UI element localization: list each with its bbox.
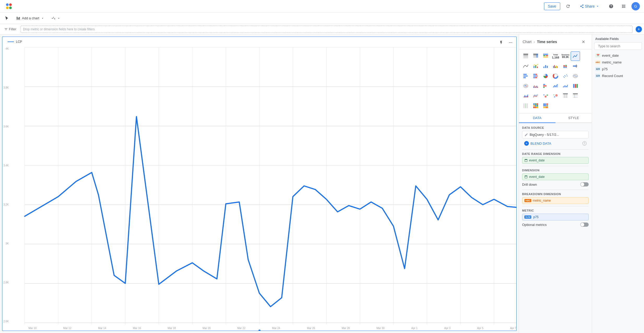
- chart-type-pie[interactable]: [541, 71, 550, 81]
- svg-point-0: [6, 3, 9, 6]
- blend-help-icon[interactable]: ?: [582, 141, 587, 145]
- chart-type-area[interactable]: [551, 81, 560, 91]
- chart-type-scorecard-total[interactable]: Total 1,168: [551, 51, 560, 61]
- svg-rect-124: [527, 103, 528, 108]
- chart-type-stacked-bar[interactable]: [561, 61, 570, 71]
- chart-type-treemap[interactable]: [541, 101, 550, 110]
- svg-rect-48: [543, 55, 545, 56]
- chart-type-scatter[interactable]: [561, 71, 570, 81]
- field-name-record-count: Record Count: [602, 74, 623, 78]
- user-avatar[interactable]: G: [631, 2, 640, 10]
- grid-button[interactable]: [619, 2, 628, 11]
- chart-type-map-geo[interactable]: [571, 71, 580, 81]
- chart-type-bullet[interactable]: [571, 61, 580, 71]
- chart-container[interactable]: LCP 4K 3.8K 3.6K 3.4K 3.2K 3K 2.8K: [2, 37, 517, 331]
- chart-type-bar-stacked-h[interactable]: [531, 71, 540, 81]
- filter-drop-zone[interactable]: Drop metric or dimension fields here to …: [21, 26, 633, 33]
- chart-type-table3[interactable]: [571, 91, 580, 101]
- breakdown-field-chip[interactable]: ABC metric_name: [522, 197, 589, 204]
- data-source-name: BigQuery - 5/17/2...: [530, 133, 586, 137]
- add-chart-button[interactable]: Add a chart: [14, 15, 47, 22]
- x-label-mar18: Mar 18: [168, 327, 176, 330]
- metric-field-chip[interactable]: SUM p75: [522, 214, 589, 220]
- chart-type-table-heat[interactable]: [541, 51, 550, 61]
- select-tool-button[interactable]: [2, 15, 11, 22]
- chart-type-table[interactable]: [521, 51, 530, 61]
- chart-type-bar-norm[interactable]: [571, 81, 580, 91]
- svg-rect-133: [537, 107, 538, 108]
- chart-type-scatter2[interactable]: [541, 91, 550, 101]
- filter-add-button[interactable]: +: [636, 26, 642, 32]
- chart-type-heatmap[interactable]: [531, 101, 540, 110]
- svg-rect-62: [564, 67, 565, 68]
- svg-rect-39: [523, 54, 528, 55]
- svg-point-88: [564, 77, 565, 78]
- search-input[interactable]: [598, 44, 642, 48]
- chart-type-row-1: Total 1,168 Sessions 69.3K: [521, 51, 590, 61]
- x-label-mar14: Mar 14: [98, 327, 106, 330]
- lightning-button[interactable]: [498, 39, 505, 46]
- controls-button[interactable]: [49, 15, 63, 22]
- chart-type-bar[interactable]: [541, 61, 550, 71]
- dimension-field-chip[interactable]: event_date: [522, 173, 589, 180]
- more-button[interactable]: [507, 39, 514, 46]
- tab-style[interactable]: STYLE: [556, 113, 592, 122]
- chart-type-bar-side[interactable]: [541, 81, 550, 91]
- chart-type-bubble[interactable]: [551, 91, 560, 101]
- help-button[interactable]: [606, 2, 616, 11]
- save-button[interactable]: Save: [544, 2, 560, 10]
- metric-label: Metric: [522, 209, 589, 212]
- chart-type-table2[interactable]: [561, 91, 570, 101]
- panel-title: Chart › Time series: [523, 40, 557, 44]
- refresh-button[interactable]: [563, 2, 573, 11]
- field-name-event-date: event_date: [602, 54, 619, 57]
- field-item-event-date[interactable]: 📅 event_date: [594, 52, 642, 59]
- svg-point-87: [567, 76, 568, 77]
- svg-rect-93: [533, 86, 534, 88]
- chart-type-table-total[interactable]: [531, 51, 540, 61]
- svg-rect-132: [535, 107, 536, 108]
- x-label-mar20: Mar 20: [203, 327, 211, 330]
- chart-type-bar-grouped[interactable]: [531, 81, 540, 91]
- field-item-record-count[interactable]: 123 Record Count: [594, 72, 642, 79]
- chart-type-row-6: [521, 101, 590, 110]
- share-button[interactable]: Share: [576, 2, 603, 10]
- svg-rect-129: [535, 105, 536, 107]
- filter-bar: Filter Drop metric or dimension fields h…: [0, 24, 644, 34]
- field-item-p75[interactable]: 123 p75: [594, 66, 642, 72]
- svg-point-3: [9, 7, 12, 9]
- date-range-field-chip[interactable]: event_date: [522, 157, 589, 164]
- drill-down-toggle[interactable]: [580, 182, 589, 186]
- svg-rect-125: [533, 103, 535, 105]
- field-item-metric-name[interactable]: ABC metric_name: [594, 59, 642, 66]
- chart-type-scorecard-sessions[interactable]: Sessions 69.3K: [561, 51, 570, 61]
- chart-type-bar-h[interactable]: [521, 71, 530, 81]
- chart-type-row-3: [521, 71, 590, 81]
- chart-type-table4[interactable]: [521, 101, 530, 110]
- data-source-row[interactable]: BigQuery - 5/17/2...: [522, 131, 589, 138]
- panel-close-button[interactable]: [579, 37, 588, 46]
- chart-type-area-smooth[interactable]: [561, 81, 570, 91]
- chart-type-time-series[interactable]: [571, 51, 580, 61]
- chart-type-row-2: [521, 61, 590, 71]
- x-label-mar16: Mar 16: [133, 327, 141, 330]
- chart-type-donut[interactable]: [551, 71, 560, 81]
- chart-type-line-multi[interactable]: [531, 91, 540, 101]
- panel-header: Chart › Time series: [519, 34, 592, 49]
- chart-type-map-bubble[interactable]: [521, 81, 530, 91]
- svg-point-110: [553, 95, 554, 96]
- x-label-mar24: Mar 24: [272, 327, 280, 330]
- svg-rect-135: [546, 103, 548, 105]
- chart-type-area-filled[interactable]: [521, 91, 530, 101]
- x-label-apr3: Apr 3: [444, 327, 451, 330]
- blend-data-row[interactable]: BLEND DATA ?: [522, 139, 589, 147]
- chart-type-combo[interactable]: [531, 61, 540, 71]
- date-range-field-name: event_date: [529, 159, 545, 162]
- resize-handle-bottom[interactable]: [254, 330, 265, 331]
- chart-type-multi-bar[interactable]: [551, 61, 560, 71]
- chart-type-smooth-line[interactable]: [521, 61, 530, 71]
- optional-metrics-toggle[interactable]: [580, 223, 589, 227]
- drill-down-row: Drill down: [522, 181, 589, 188]
- svg-point-84: [564, 75, 565, 76]
- tab-data[interactable]: DATA: [519, 113, 556, 122]
